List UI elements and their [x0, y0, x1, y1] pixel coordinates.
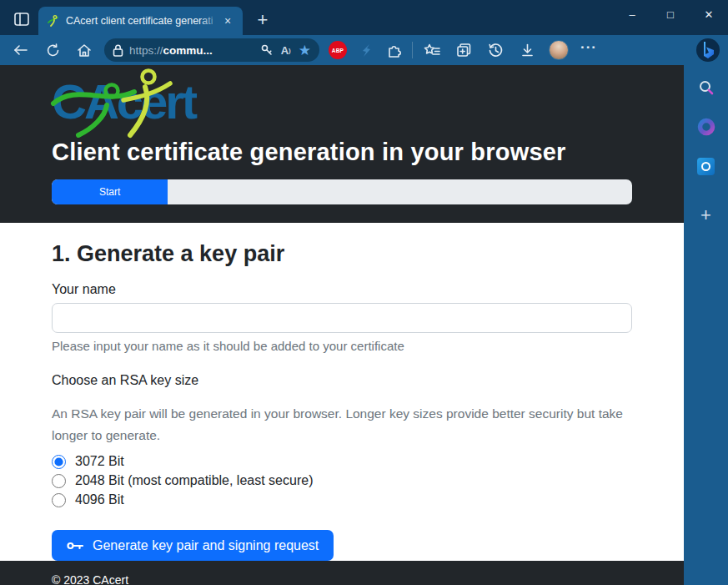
url-text: https://commu...: [129, 44, 253, 57]
back-arrow-icon: [13, 44, 28, 56]
bing-icon: [695, 37, 721, 63]
cacert-favicon-icon: [47, 14, 60, 28]
read-aloud-icon: A: [281, 44, 289, 57]
radio-4096-label[interactable]: 4096 Bit: [75, 492, 124, 507]
settings-more-button[interactable]: ···: [575, 38, 603, 63]
close-window-button[interactable]: ✕: [690, 0, 728, 28]
browser-window: CAcert client certificate generation × +…: [0, 0, 728, 585]
radio-option-2048: 2048 Bit (most compatible, least secure): [52, 473, 632, 488]
tab-title: CAcert client certificate generation: [66, 15, 213, 27]
key-icon: [67, 540, 84, 552]
sidebar-office-button[interactable]: [692, 114, 720, 139]
title-bar: CAcert client certificate generation × +…: [0, 0, 728, 35]
radio-3072-label[interactable]: 3072 Bit: [75, 454, 124, 469]
sidebar-search-button[interactable]: [692, 75, 720, 100]
web-page: CAcert Client certificate generation in …: [0, 65, 684, 585]
sidebar-customize-button[interactable]: +: [692, 203, 720, 228]
refresh-icon: [46, 43, 60, 58]
toolbar-separator: [412, 42, 413, 58]
microsoft-365-icon: [697, 118, 715, 136]
name-input[interactable]: [52, 303, 632, 333]
page-title: Client certificate generation in your br…: [52, 139, 632, 166]
copilot-discover-button[interactable]: [693, 36, 723, 64]
read-aloud-button[interactable]: A): [281, 44, 291, 57]
adblock-extension-button[interactable]: ABP: [324, 38, 352, 63]
history-button[interactable]: [479, 38, 511, 63]
radio-2048-input[interactable]: [52, 474, 66, 488]
progress-step-label: Start: [99, 186, 120, 198]
tab-close-button[interactable]: ×: [219, 13, 236, 29]
browser-body: CAcert Client certificate generation in …: [0, 65, 728, 585]
password-key-button[interactable]: [260, 43, 274, 57]
maximize-button[interactable]: □: [651, 0, 690, 28]
blue-extension-button[interactable]: [352, 38, 380, 63]
star-filled-icon: ★: [299, 42, 311, 59]
back-button[interactable]: [5, 38, 37, 63]
workspaces-icon: [14, 13, 29, 26]
new-tab-button[interactable]: +: [251, 8, 274, 32]
flame-extension-icon: [359, 43, 373, 58]
page-footer: © 2023 CAcert: [0, 561, 684, 585]
radio-4096-input[interactable]: [52, 493, 66, 507]
tab-actions-menu-button[interactable]: [7, 5, 37, 33]
cacert-logo: CAcert: [52, 73, 319, 132]
address-bar[interactable]: https://commu... A) ★: [104, 38, 319, 62]
radio-option-3072: 3072 Bit: [52, 454, 632, 469]
favorite-star-button[interactable]: ★: [299, 42, 311, 59]
keysize-description: An RSA key pair will be generated in you…: [52, 403, 627, 446]
browser-tab-active[interactable]: CAcert client certificate generation ×: [38, 7, 243, 35]
page-hero: CAcert Client certificate generation in …: [0, 65, 684, 223]
abp-icon: ABP: [329, 41, 347, 59]
ellipsis-icon: ···: [580, 39, 597, 61]
window-controls: – □ ✕: [613, 0, 728, 28]
minimize-button[interactable]: –: [613, 0, 651, 28]
key-icon: [260, 43, 274, 57]
generate-keypair-label: Generate key pair and signing request: [93, 538, 319, 553]
radio-option-4096: 4096 Bit: [52, 492, 632, 507]
collections-icon: [456, 43, 472, 58]
download-icon: [520, 43, 535, 58]
radio-2048-label[interactable]: 2048 Bit (most compatible, least secure): [75, 473, 313, 488]
refresh-button[interactable]: [37, 38, 68, 63]
url-host: commu...: [163, 44, 213, 57]
sidebar-outlook-button[interactable]: [692, 154, 720, 179]
generate-keypair-button[interactable]: Generate key pair and signing request: [52, 530, 334, 561]
progress-fill: Start: [52, 179, 168, 204]
downloads-button[interactable]: [511, 38, 543, 63]
extensions-button[interactable]: [380, 38, 409, 63]
collections-button[interactable]: [448, 38, 479, 63]
radio-3072-input[interactable]: [52, 455, 66, 469]
favorites-star-list-icon: [424, 43, 441, 58]
section-heading: 1. Generate a key pair: [52, 241, 632, 267]
profile-button[interactable]: [543, 38, 575, 63]
home-icon: [77, 43, 92, 58]
browser-toolbar: https://commu... A) ★ ABP: [0, 35, 728, 65]
puzzle-icon: [387, 43, 403, 58]
keysize-label: Choose an RSA key size: [52, 373, 632, 388]
favorites-button[interactable]: [416, 38, 448, 63]
cacert-logo-text: CAcert: [52, 74, 195, 129]
url-scheme: https://: [129, 44, 163, 57]
search-icon: [698, 79, 715, 96]
outlook-icon: [697, 158, 715, 175]
tab-title-fade: [199, 7, 221, 35]
home-button[interactable]: [68, 38, 100, 63]
history-clock-icon: [488, 43, 504, 58]
name-field-label: Your name: [52, 282, 632, 297]
avatar: [549, 40, 569, 60]
edge-sidebar: +: [684, 65, 728, 585]
lock-icon: [113, 44, 123, 57]
copyright-text: © 2023 CAcert: [52, 573, 128, 585]
name-help-text: Please input your name as it should be a…: [52, 339, 632, 353]
progress-bar: Start: [52, 179, 632, 204]
page-main: 1. Generate a key pair Your name Please …: [0, 223, 684, 561]
